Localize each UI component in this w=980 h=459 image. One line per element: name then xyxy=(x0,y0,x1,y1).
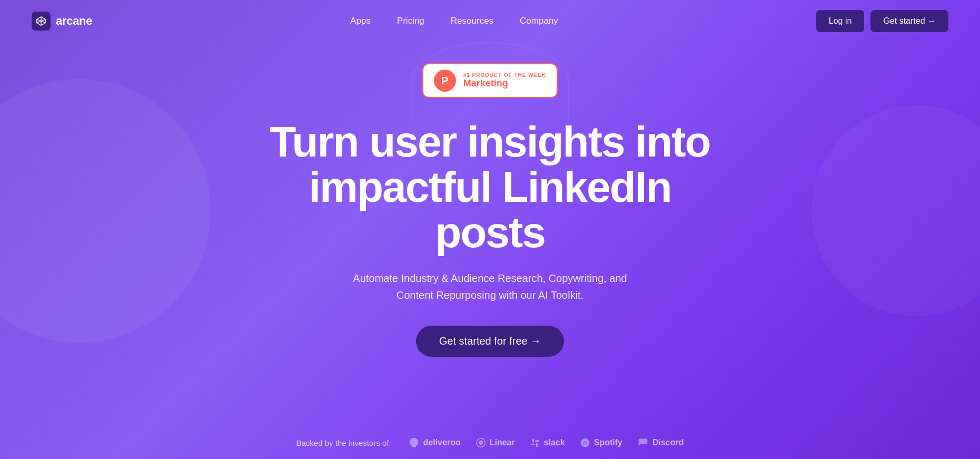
get-started-nav-button[interactable]: Get started → xyxy=(870,10,948,32)
cta-button[interactable]: Get started for free → xyxy=(416,326,564,357)
investors-bar: Backed by the investors of: deliveroo Li… xyxy=(296,437,684,448)
page-wrapper: arcane Apps Pricing Resources Company Lo… xyxy=(0,0,980,459)
nav-links: Apps Pricing Resources Company xyxy=(350,16,558,26)
discord-label: Discord xyxy=(652,438,684,447)
nav-link-pricing[interactable]: Pricing xyxy=(397,16,424,26)
hero-heading: Turn user insights into impactful Linked… xyxy=(253,119,727,255)
navbar: arcane Apps Pricing Resources Company Lo… xyxy=(0,0,980,42)
investors-label: Backed by the investors of: xyxy=(296,438,391,447)
svg-rect-5 xyxy=(530,444,534,445)
login-button[interactable]: Log in xyxy=(816,10,865,32)
ph-category: Marketing xyxy=(463,78,508,89)
svg-rect-3 xyxy=(536,443,537,447)
linear-label: Linear xyxy=(490,438,515,447)
logo-icon xyxy=(32,12,51,31)
nav-link-company[interactable]: Company xyxy=(520,16,558,26)
spotify-label: Spotify xyxy=(594,438,622,447)
svg-point-1 xyxy=(479,441,483,445)
investor-linear: Linear xyxy=(476,437,515,448)
investor-slack: slack xyxy=(530,437,565,448)
investor-deliveroo: deliveroo xyxy=(408,437,461,448)
bg-decor-right xyxy=(811,105,980,316)
nav-link-apps[interactable]: Apps xyxy=(350,16,371,26)
logo-area[interactable]: arcane xyxy=(32,12,92,31)
svg-rect-4 xyxy=(535,440,539,442)
investor-discord: Discord xyxy=(637,437,684,448)
nav-actions: Log in Get started → xyxy=(816,10,948,32)
hero-subtext: Automate Industry & Audience Research, C… xyxy=(338,270,643,304)
logo-text: arcane xyxy=(56,14,92,28)
ph-label: #1 PRODUCT OF THE WEEK xyxy=(463,72,547,78)
ph-text: #1 PRODUCT OF THE WEEK Marketing xyxy=(463,72,547,89)
slack-label: slack xyxy=(544,438,565,447)
nav-link-resources[interactable]: Resources xyxy=(451,16,493,26)
investor-spotify: Spotify xyxy=(580,437,622,448)
ph-icon: P xyxy=(434,70,456,92)
svg-rect-2 xyxy=(532,438,534,443)
investor-logos: deliveroo Linear xyxy=(408,437,684,448)
ph-badge[interactable]: P #1 PRODUCT OF THE WEEK Marketing xyxy=(422,63,558,98)
deliveroo-label: deliveroo xyxy=(423,438,461,447)
hero-section: P #1 PRODUCT OF THE WEEK Marketing Turn … xyxy=(253,42,727,459)
bg-decor-left xyxy=(0,79,211,343)
